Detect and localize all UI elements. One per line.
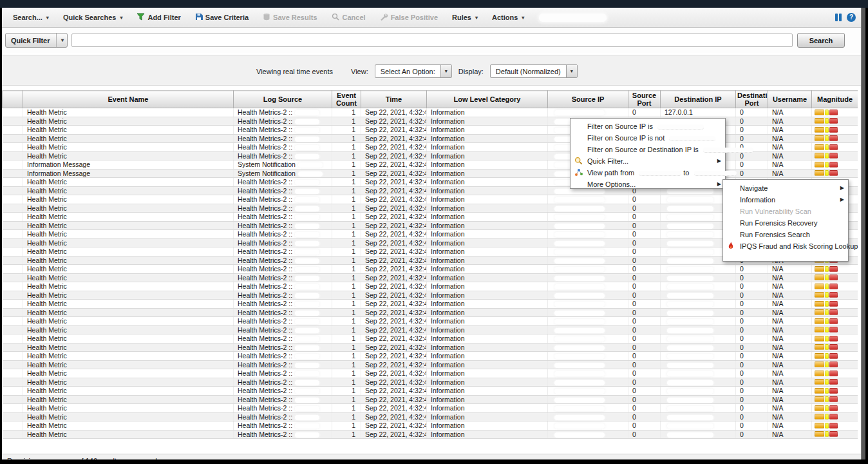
cell-time[interactable]: Sep 22, 2021, 4:32:47 PM — [361, 117, 427, 126]
cell-destination-port[interactable]: 0 — [736, 395, 768, 404]
cell-magnitude[interactable] — [812, 404, 858, 413]
table-row[interactable]: Health MetricHealth Metrics-2 ::1Sep 22,… — [3, 343, 858, 352]
cell-event-name[interactable]: Health Metric — [23, 343, 234, 352]
cell-username[interactable]: N/A — [768, 126, 812, 135]
cell-destination-ip[interactable] — [661, 387, 736, 396]
cell-low-level-category[interactable]: Information — [427, 238, 548, 247]
cell-select[interactable] — [3, 265, 23, 274]
cell-log-source[interactable]: Health Metrics-2 :: — [234, 421, 332, 430]
cell-source-port[interactable]: 0 — [628, 404, 661, 413]
cell-magnitude[interactable] — [812, 151, 858, 160]
cell-event-count[interactable]: 1 — [332, 412, 361, 421]
cell-username[interactable]: N/A — [768, 291, 812, 300]
cell-destination-port[interactable]: 0 — [736, 300, 768, 309]
cell-destination-ip[interactable] — [661, 360, 736, 369]
cell-event-count[interactable]: 1 — [332, 360, 361, 369]
cell-destination-port[interactable]: 0 — [736, 369, 768, 378]
header-magnitude[interactable]: Magnitude — [812, 91, 858, 108]
cell-source-port[interactable]: 0 — [628, 412, 661, 421]
cell-magnitude[interactable] — [812, 126, 858, 135]
table-row[interactable]: Health MetricHealth Metrics-2 ::1Sep 22,… — [3, 387, 858, 396]
rules-menu-button[interactable]: Rules ▾ — [446, 12, 484, 23]
cell-magnitude[interactable] — [812, 412, 858, 421]
cell-low-level-category[interactable]: Information — [427, 117, 548, 126]
cell-source-port[interactable]: 0 — [628, 273, 661, 282]
cell-source-ip[interactable] — [548, 221, 628, 230]
cell-low-level-category[interactable]: Information — [427, 334, 548, 343]
save-criteria-button[interactable]: Save Criteria — [189, 11, 254, 24]
cell-source-port[interactable]: 0 — [628, 317, 661, 326]
cell-source-ip[interactable] — [548, 421, 628, 430]
menu-item-ipqs-fraud-lookup[interactable]: IPQS Fraud and Risk Scoring Lookup — [723, 240, 848, 252]
cell-source-ip[interactable] — [548, 213, 628, 222]
cell-destination-port[interactable]: 0 — [736, 334, 768, 343]
cell-low-level-category[interactable]: Information — [427, 265, 548, 274]
cell-select[interactable] — [3, 369, 23, 378]
cell-select[interactable] — [3, 317, 23, 326]
cell-low-level-category[interactable]: Information — [427, 160, 548, 169]
cell-log-source[interactable]: Health Metrics-2 :: — [234, 395, 332, 404]
display-select[interactable]: Default (Normalized) ▾ — [490, 64, 578, 78]
cell-log-source[interactable]: Health Metrics-2 :: — [234, 247, 332, 256]
cell-select[interactable] — [3, 360, 23, 369]
cell-source-port[interactable]: 0 — [628, 238, 661, 247]
cell-time[interactable]: Sep 22, 2021, 4:32:47 PM — [361, 343, 427, 352]
cell-select[interactable] — [3, 256, 23, 265]
cell-event-count[interactable]: 1 — [332, 282, 361, 291]
cell-event-count[interactable]: 1 — [332, 178, 361, 187]
cell-event-name[interactable]: Health Metric — [23, 230, 234, 239]
cell-log-source[interactable]: Health Metrics-2 :: — [234, 334, 332, 343]
cell-event-count[interactable]: 1 — [332, 300, 361, 309]
cell-source-ip[interactable] — [548, 308, 628, 317]
cell-destination-port[interactable]: 0 — [736, 387, 768, 396]
cell-source-ip[interactable] — [548, 334, 628, 343]
cell-destination-port[interactable]: 0 — [736, 343, 768, 352]
cell-source-port[interactable]: 0 — [628, 387, 661, 396]
cell-source-port[interactable]: 0 — [628, 204, 661, 213]
table-row[interactable]: Health MetricHealth Metrics-2 ::1Sep 22,… — [3, 273, 858, 282]
table-row[interactable]: Health MetricHealth Metrics-2 ::1Sep 22,… — [3, 360, 858, 369]
help-icon[interactable]: ? — [847, 13, 856, 22]
cell-select[interactable] — [3, 404, 23, 413]
menu-item-filter-source-or-destination-ip-is[interactable]: Filter on Source or Destination IP is — [571, 144, 725, 155]
cell-destination-port[interactable]: 0 — [736, 317, 768, 326]
cell-log-source[interactable]: Health Metrics-2 :: — [234, 195, 332, 204]
cell-event-name[interactable]: Health Metric — [23, 108, 234, 117]
cell-low-level-category[interactable]: Information — [427, 300, 548, 309]
cell-source-ip[interactable] — [548, 387, 628, 396]
cell-low-level-category[interactable]: Information — [427, 387, 548, 396]
cell-select[interactable] — [3, 143, 23, 152]
cell-time[interactable]: Sep 22, 2021, 4:32:47 PM — [361, 143, 427, 152]
cell-log-source[interactable]: Health Metrics-2 :: — [234, 117, 332, 126]
cell-log-source[interactable]: Health Metrics-2 :: — [234, 221, 332, 230]
cell-source-port[interactable]: 0 — [628, 221, 661, 230]
cell-low-level-category[interactable]: Information — [427, 325, 548, 334]
cell-source-port[interactable]: 0 — [628, 334, 661, 343]
cell-event-name[interactable]: Health Metric — [23, 186, 234, 195]
cell-source-ip[interactable] — [548, 265, 628, 274]
cell-source-ip[interactable] — [548, 378, 628, 387]
cell-select[interactable] — [3, 387, 23, 396]
cell-magnitude[interactable] — [812, 395, 858, 404]
cell-select[interactable] — [3, 186, 23, 195]
cell-select[interactable] — [3, 126, 23, 135]
cell-event-name[interactable]: Health Metric — [23, 134, 234, 143]
cell-username[interactable]: N/A — [768, 134, 812, 143]
cell-destination-port[interactable]: 0 — [736, 360, 768, 369]
cell-select[interactable] — [3, 247, 23, 256]
cell-event-name[interactable]: Health Metric — [23, 430, 234, 439]
menu-item-quick-filter[interactable]: Quick Filter... ▶ — [571, 155, 725, 167]
cell-source-port[interactable]: 0 — [628, 395, 661, 404]
cell-source-ip[interactable] — [548, 273, 628, 282]
cell-event-name[interactable]: Health Metric — [23, 378, 234, 387]
cell-low-level-category[interactable]: Information — [427, 213, 548, 222]
cell-source-ip[interactable] — [548, 247, 628, 256]
cell-log-source[interactable]: Health Metrics-2 :: — [234, 256, 332, 265]
cell-destination-ip[interactable] — [661, 265, 736, 274]
table-row[interactable]: Health MetricHealth Metrics-2 ::1Sep 22,… — [3, 134, 858, 143]
cell-select[interactable] — [3, 151, 23, 160]
cell-destination-port[interactable]: 0 — [736, 291, 768, 300]
cell-username[interactable]: N/A — [768, 265, 812, 274]
table-row[interactable]: Health MetricHealth Metrics-2 ::1Sep 22,… — [3, 126, 858, 135]
cell-destination-ip[interactable] — [661, 395, 736, 404]
